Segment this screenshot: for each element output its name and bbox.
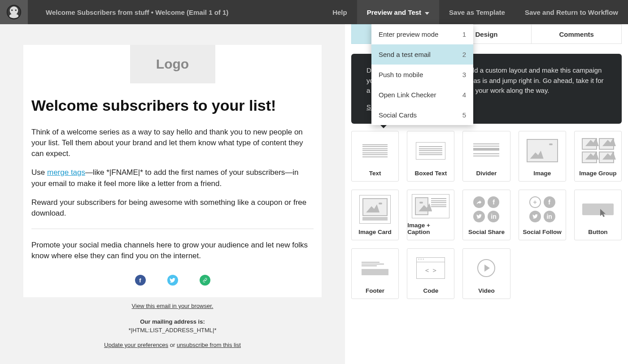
dropdown-item-label: Send a test email — [379, 51, 431, 58]
top-actions: Help Preview and Test Save as Template S… — [323, 0, 628, 24]
dropdown-item-send-test[interactable]: Send a test email 2 — [371, 44, 473, 65]
dropdown-item-push-mobile[interactable]: Push to mobile 3 — [371, 65, 473, 85]
dropdown-item-label: Open Link Checker — [379, 91, 436, 99]
block-label: Social Share — [468, 229, 505, 235]
twitter-icon — [473, 211, 485, 222]
social-row[interactable]: f — [31, 269, 314, 297]
block-text[interactable]: Text — [351, 131, 399, 182]
tab-comments[interactable]: Comments — [531, 24, 622, 44]
page-title: Welcome Subscribers from stuff • Welcome… — [46, 9, 228, 16]
facebook-icon: f — [544, 196, 555, 208]
block-label: Divider — [476, 170, 497, 177]
dropdown-item-preview-mode[interactable]: Enter preview mode 1 — [371, 24, 473, 44]
dropdown-item-label: Enter preview mode — [379, 30, 438, 38]
dropdown-item-label: Social Cards — [379, 111, 417, 119]
svg-point-3 — [11, 9, 13, 11]
plus-icon: + — [529, 196, 541, 208]
preview-test-menu[interactable]: Preview and Test — [357, 0, 439, 24]
twitter-icon[interactable] — [167, 275, 178, 286]
block-label: Image + Caption — [407, 222, 454, 235]
brand-logo[interactable] — [0, 0, 28, 24]
link-icon[interactable] — [200, 275, 210, 286]
block-divider[interactable]: Divider — [462, 131, 510, 182]
update-preferences-link[interactable]: Update your preferences — [104, 342, 168, 348]
chevron-down-icon — [425, 9, 429, 16]
email-footer[interactable]: View this email in your browser. Our mai… — [15, 297, 330, 362]
block-label: Social Follow — [523, 229, 562, 235]
block-code[interactable]: < > Code — [407, 248, 454, 299]
block-label: Image Card — [358, 229, 392, 235]
block-label: Boxed Text — [414, 170, 447, 177]
email-canvas[interactable]: Logo Welcome subscribers to your list! T… — [0, 24, 345, 364]
block-social-follow[interactable]: + f in Social Follow — [519, 190, 566, 240]
mailchimp-icon — [6, 4, 22, 20]
mailing-address-value: *|HTML:LIST_ADDRESS_HTML|* — [15, 327, 330, 334]
dropdown-item-link-checker[interactable]: Open Link Checker 4 — [371, 85, 473, 105]
save-return-link[interactable]: Save and Return to Workflow — [515, 0, 628, 24]
help-link[interactable]: Help — [323, 0, 357, 24]
block-label: Image Group — [579, 170, 616, 177]
content-blocks-grid: Text Boxed Text Divider Image Image Grou… — [345, 131, 628, 308]
logo-placeholder[interactable]: Logo — [130, 45, 215, 83]
cursor-icon — [600, 209, 607, 218]
block-video[interactable]: Video — [462, 248, 510, 299]
block-label: Video — [478, 287, 495, 294]
mailing-address-label: Our mailing address is: — [15, 318, 330, 325]
email-paragraph-3[interactable]: Reward your subscribers for being awesom… — [31, 197, 314, 219]
block-label: Code — [423, 287, 438, 294]
block-image[interactable]: Image — [519, 131, 566, 182]
block-boxed-text[interactable]: Boxed Text — [407, 131, 454, 182]
merge-tags-link[interactable]: merge tags — [47, 168, 85, 177]
email-card: Logo Welcome subscribers to your list! T… — [23, 45, 322, 362]
dropdown-item-label: Push to mobile — [379, 71, 423, 78]
block-label: Text — [369, 170, 381, 177]
dropdown-item-shortcut: 2 — [462, 51, 466, 58]
email-paragraph-4[interactable]: Promote your social media channels here … — [31, 240, 314, 261]
block-button[interactable]: Button — [574, 190, 622, 240]
block-label: Button — [588, 229, 607, 235]
block-label: Footer — [366, 287, 384, 294]
linkedin-icon: in — [544, 211, 555, 222]
save-template-link[interactable]: Save as Template — [439, 0, 515, 24]
top-bar: Welcome Subscribers from stuff • Welcome… — [0, 0, 628, 24]
svg-point-4 — [15, 9, 17, 11]
block-social-share[interactable]: f in Social Share — [462, 190, 510, 240]
svg-point-2 — [10, 6, 18, 15]
view-in-browser-link[interactable]: View this email in your browser. — [132, 303, 214, 309]
email-paragraph-2[interactable]: Use merge tags—like *|FNAME|* to add the… — [31, 167, 314, 189]
email-heading[interactable]: Welcome subscribers to your list! — [31, 97, 314, 114]
preview-test-dropdown: Enter preview mode 1 Send a test email 2… — [371, 24, 473, 125]
text-fragment: Use — [31, 168, 47, 177]
dropdown-item-shortcut: 5 — [462, 111, 466, 119]
share-arrow-icon — [473, 196, 485, 208]
linkedin-icon: in — [488, 211, 499, 222]
dropdown-item-shortcut: 1 — [462, 30, 466, 38]
dropdown-item-shortcut: 3 — [462, 71, 466, 78]
facebook-icon: f — [488, 196, 499, 208]
dropdown-item-social-cards[interactable]: Social Cards 5 — [371, 105, 473, 125]
email-paragraph-1[interactable]: Think of a welcome series as a way to sa… — [31, 127, 314, 159]
preview-test-label: Preview and Test — [367, 9, 421, 16]
divider — [31, 229, 314, 229]
block-image-card[interactable]: Image Card — [351, 190, 399, 240]
block-label: Image — [533, 170, 551, 177]
dropdown-item-shortcut: 4 — [462, 91, 466, 99]
block-image-caption[interactable]: Image + Caption — [407, 190, 454, 240]
block-footer[interactable]: Footer — [351, 248, 399, 299]
facebook-icon[interactable]: f — [135, 275, 146, 286]
unsubscribe-link[interactable]: unsubscribe from this list — [177, 342, 241, 348]
text-fragment: or — [168, 342, 177, 348]
block-image-group[interactable]: Image Group — [574, 131, 622, 182]
twitter-icon — [529, 211, 541, 222]
